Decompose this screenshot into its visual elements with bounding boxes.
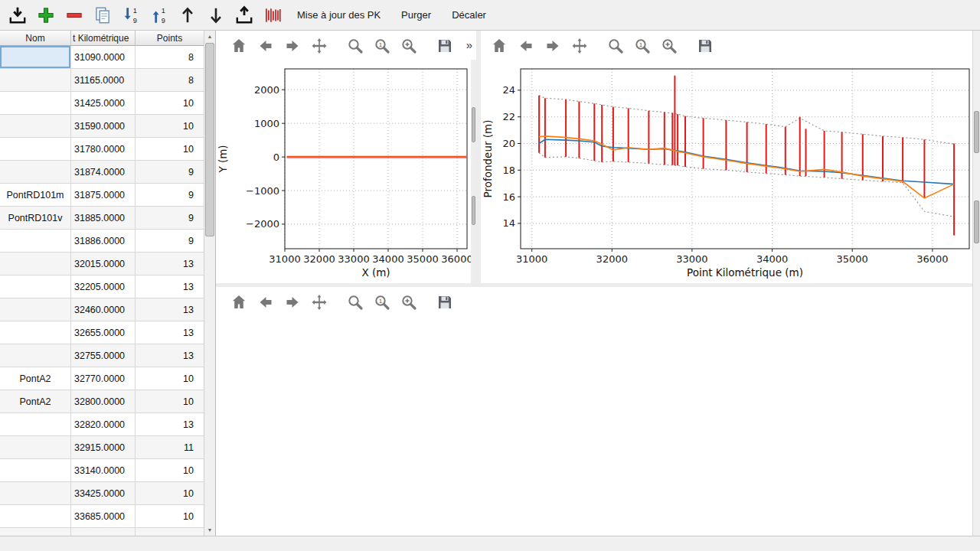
cell-points[interactable]: 13 xyxy=(136,253,204,276)
cell-nom[interactable] xyxy=(0,344,71,367)
save-button[interactable] xyxy=(694,35,716,57)
export-sections-button[interactable] xyxy=(233,4,256,27)
sort-ascending-button[interactable]: 19 xyxy=(148,4,171,27)
cell-pk[interactable]: 33425.0000 xyxy=(71,482,136,505)
forward-button[interactable] xyxy=(282,292,303,313)
cell-nom[interactable] xyxy=(0,115,71,138)
shift-button[interactable]: Décaler xyxy=(444,4,494,27)
cell-points[interactable]: 13 xyxy=(136,276,204,298)
cell-points[interactable]: 8 xyxy=(136,69,204,92)
cell-nom[interactable] xyxy=(0,321,71,344)
save-button[interactable] xyxy=(434,35,456,57)
cell-pk[interactable]: 31875.0000 xyxy=(71,184,136,207)
zoom-one-button[interactable]: 1 xyxy=(371,35,393,57)
cell-pk[interactable]: 33685.0000 xyxy=(71,505,136,528)
forward-button[interactable] xyxy=(542,35,564,57)
cell-nom[interactable] xyxy=(0,505,71,528)
cell-pk[interactable]: 31885.0000 xyxy=(71,207,136,230)
cell-nom[interactable] xyxy=(0,276,71,298)
cell-pk[interactable]: 31874.0000 xyxy=(71,161,136,184)
back-button[interactable] xyxy=(255,292,276,313)
cell-nom[interactable] xyxy=(0,528,71,536)
home-button[interactable] xyxy=(228,292,250,313)
cell-nom[interactable] xyxy=(0,69,71,92)
zoom-button[interactable] xyxy=(605,35,626,57)
cell-points[interactable]: 13 xyxy=(136,321,204,344)
plot-area-scrollbar-thumb[interactable] xyxy=(974,201,979,243)
cell-points[interactable]: 9 xyxy=(136,207,204,230)
cell-pk[interactable]: 32800.0000 xyxy=(71,390,136,413)
cell-points[interactable]: 10 xyxy=(136,459,204,482)
cell-points[interactable]: 10 xyxy=(136,138,204,161)
plot-area-scrollbar[interactable] xyxy=(972,31,980,536)
cell-pk[interactable]: 32655.0000 xyxy=(71,321,136,344)
cell-pk[interactable]: 32205.0000 xyxy=(71,276,136,298)
edit-section-button[interactable] xyxy=(91,4,114,27)
cell-points[interactable]: 9 xyxy=(136,184,204,207)
cell-points[interactable] xyxy=(136,528,204,536)
cell-nom[interactable] xyxy=(0,230,71,253)
plan-panel-scrollbar-thumb[interactable] xyxy=(472,107,475,142)
cell-points[interactable]: 13 xyxy=(136,344,204,367)
cell-nom[interactable] xyxy=(0,413,71,436)
cell-points[interactable]: 10 xyxy=(136,505,204,528)
cell-points[interactable]: 13 xyxy=(136,298,204,321)
cell-pk[interactable] xyxy=(71,528,136,536)
remove-section-button[interactable] xyxy=(63,4,86,27)
zoom-one-button[interactable]: 1 xyxy=(371,292,393,313)
zoom-plus-button[interactable] xyxy=(398,292,420,313)
pan-button[interactable] xyxy=(309,35,330,57)
sort-descending-button[interactable]: 19 xyxy=(119,4,142,27)
cell-pk[interactable]: 31780.0000 xyxy=(71,138,136,161)
cell-nom[interactable] xyxy=(0,482,71,505)
cell-nom[interactable] xyxy=(0,459,71,482)
cell-nom[interactable]: PontA2 xyxy=(0,367,71,390)
column-header-nom[interactable]: Nom xyxy=(0,31,71,45)
cell-nom[interactable]: PontRD101v xyxy=(0,207,71,230)
cell-points[interactable]: 10 xyxy=(136,92,204,115)
update-pk-button[interactable]: Mise à jour des PK xyxy=(289,4,388,27)
plot-area-scrollbar-thumb[interactable] xyxy=(974,111,979,153)
cell-points[interactable]: 10 xyxy=(136,482,204,505)
purge-button[interactable]: Purger xyxy=(394,4,439,27)
pan-button[interactable] xyxy=(309,292,330,313)
cell-nom[interactable]: PontA2 xyxy=(0,390,71,413)
cell-nom[interactable] xyxy=(0,138,71,161)
cell-points[interactable]: 10 xyxy=(136,390,204,413)
cell-pk[interactable]: 32755.0000 xyxy=(71,344,136,367)
cell-nom[interactable] xyxy=(0,436,71,459)
plan-panel-scrollbar-thumb[interactable] xyxy=(472,196,475,225)
move-up-button[interactable] xyxy=(176,4,199,27)
back-button[interactable] xyxy=(255,35,276,57)
cell-pk[interactable]: 32820.0000 xyxy=(71,413,136,436)
plan-panel-scrollbar[interactable] xyxy=(471,60,476,283)
cell-points[interactable]: 9 xyxy=(136,230,204,253)
cell-pk[interactable]: 32460.0000 xyxy=(71,298,136,321)
zoom-button[interactable] xyxy=(345,35,366,57)
cell-nom[interactable] xyxy=(0,92,71,115)
scroll-down-arrow-icon[interactable]: ▼ xyxy=(204,524,215,536)
toolbar-overflow-button[interactable]: » xyxy=(466,39,472,51)
move-down-button[interactable] xyxy=(204,4,227,27)
cell-points[interactable]: 11 xyxy=(136,436,204,459)
home-button[interactable] xyxy=(228,35,250,57)
cell-nom[interactable] xyxy=(0,298,71,321)
zoom-plus-button[interactable] xyxy=(658,35,680,57)
cross-sections-button[interactable] xyxy=(261,4,284,27)
zoom-button[interactable] xyxy=(345,292,366,313)
cell-points[interactable]: 13 xyxy=(136,413,204,436)
cell-nom[interactable] xyxy=(0,161,71,184)
table-scrollbar[interactable]: ▲ ▼ xyxy=(204,31,215,536)
cell-pk[interactable]: 31425.0000 xyxy=(71,92,136,115)
import-sections-button[interactable] xyxy=(6,4,29,27)
zoom-plus-button[interactable] xyxy=(398,35,420,57)
cell-points[interactable]: 10 xyxy=(136,367,204,390)
cell-points[interactable]: 10 xyxy=(136,115,204,138)
column-header-points[interactable]: Points xyxy=(136,31,204,45)
selected-cell[interactable] xyxy=(0,46,71,69)
cell-points[interactable]: 9 xyxy=(136,161,204,184)
save-button[interactable] xyxy=(434,292,456,313)
cell-nom[interactable] xyxy=(0,253,71,276)
column-header-point-kilometrique[interactable]: t Kilométrique xyxy=(71,31,136,45)
scroll-up-arrow-icon[interactable]: ▲ xyxy=(204,31,215,42)
